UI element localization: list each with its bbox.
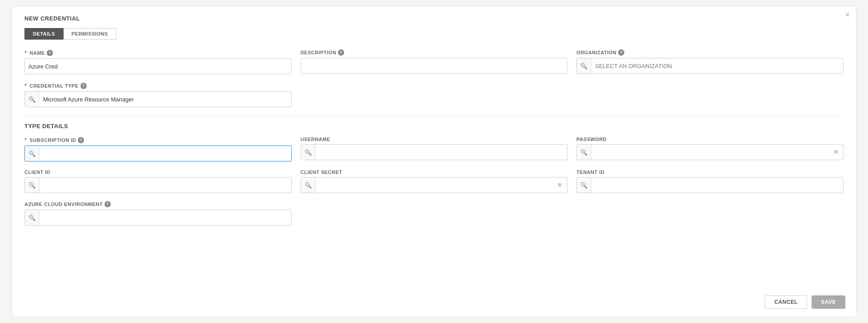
row-name-desc-org: * NAME ? DESCRIPTION ? ORGANIZATION ? <box>24 49 844 74</box>
row-credential-type: * CREDENTIAL TYPE ? 🔍 <box>24 82 844 107</box>
subscription-id-required-star: * <box>24 137 27 143</box>
field-organization: ORGANIZATION ? 🔍 <box>576 49 844 74</box>
row-subscription-username-password: * SUBSCRIPTION ID ? 🔍 USERNAME 🔍 PASSWOR… <box>24 137 844 162</box>
tenant-id-search-icon[interactable]: 🔍 <box>577 178 591 193</box>
footer-actions: CANCEL SAVE <box>765 295 845 309</box>
close-button[interactable]: × <box>845 11 850 19</box>
row-azure-cloud-env: AZURE CLOUD ENVIRONMENT ? 🔍 <box>24 201 844 226</box>
credential-type-input-wrapper: 🔍 <box>24 91 292 107</box>
field-credential-type: * CREDENTIAL TYPE ? 🔍 <box>24 82 292 107</box>
password-input[interactable] <box>591 145 829 160</box>
subscription-id-label: * SUBSCRIPTION ID ? <box>24 137 292 143</box>
row-client-secret-tenant: CLIENT ID 🔍 CLIENT SECRET 🔍 👁 TENANT ID <box>24 170 844 193</box>
tab-bar: DETAILS PERMISSIONS <box>24 28 844 40</box>
description-input-wrapper <box>301 58 568 74</box>
client-secret-label: CLIENT SECRET <box>301 170 568 175</box>
cancel-button[interactable]: CANCEL <box>765 295 807 309</box>
password-input-wrapper: 🔍 👁 <box>576 144 844 160</box>
client-secret-eye-icon[interactable]: 👁 <box>553 182 567 189</box>
field-azure-cloud-environment: AZURE CLOUD ENVIRONMENT ? 🔍 <box>24 201 292 226</box>
subscription-id-search-icon[interactable]: 🔍 <box>25 146 40 161</box>
azure-cloud-environment-input-wrapper: 🔍 <box>24 210 292 226</box>
username-input[interactable] <box>316 145 567 160</box>
azure-cloud-environment-label: AZURE CLOUD ENVIRONMENT ? <box>24 201 292 207</box>
name-required-star: * <box>24 49 27 56</box>
field-client-id: CLIENT ID 🔍 <box>24 170 292 193</box>
username-label: USERNAME <box>301 137 568 142</box>
organization-search-icon[interactable]: 🔍 <box>577 58 591 73</box>
field-subscription-id: * SUBSCRIPTION ID ? 🔍 <box>24 137 292 162</box>
modal-title: NEW CREDENTIAL <box>24 15 844 22</box>
client-id-input-wrapper: 🔍 <box>24 177 292 193</box>
subscription-id-help-icon[interactable]: ? <box>78 137 84 143</box>
field-username: USERNAME 🔍 <box>301 137 568 162</box>
credential-type-label: * CREDENTIAL TYPE ? <box>24 82 292 89</box>
name-input-wrapper <box>24 58 292 74</box>
username-input-wrapper: 🔍 <box>301 144 568 160</box>
client-secret-search-icon[interactable]: 🔍 <box>301 178 316 193</box>
credential-type-required-star: * <box>24 82 27 89</box>
subscription-id-input[interactable] <box>40 146 291 161</box>
azure-cloud-environment-help-icon[interactable]: ? <box>104 201 111 207</box>
tab-details[interactable]: DETAILS <box>24 28 64 40</box>
username-search-icon[interactable]: 🔍 <box>301 145 316 160</box>
name-input[interactable] <box>25 59 291 74</box>
client-secret-input-wrapper: 🔍 👁 <box>301 177 568 193</box>
organization-help-icon[interactable]: ? <box>618 49 624 56</box>
name-label: * NAME ? <box>24 49 292 56</box>
field-tenant-id: TENANT ID 🔍 <box>576 170 844 193</box>
azure-cloud-environment-search-icon[interactable]: 🔍 <box>25 210 40 225</box>
credential-type-search-icon[interactable]: 🔍 <box>25 92 40 107</box>
organization-input[interactable] <box>591 58 843 73</box>
field-client-secret: CLIENT SECRET 🔍 👁 <box>301 170 568 193</box>
credential-type-help-icon[interactable]: ? <box>80 83 87 89</box>
tenant-id-label: TENANT ID <box>576 170 844 175</box>
field-name: * NAME ? <box>24 49 292 74</box>
new-credential-modal: × NEW CREDENTIAL DETAILS PERMISSIONS * N… <box>12 6 856 317</box>
subscription-id-input-wrapper: 🔍 <box>24 145 292 162</box>
field-description: DESCRIPTION ? <box>301 49 568 74</box>
password-label: PASSWORD <box>576 137 844 142</box>
organization-input-wrapper: 🔍 <box>576 58 844 74</box>
password-eye-icon[interactable]: 👁 <box>829 149 843 156</box>
description-label: DESCRIPTION ? <box>301 49 568 56</box>
type-details-title: TYPE DETAILS <box>24 123 844 129</box>
save-button[interactable]: SAVE <box>812 295 845 309</box>
password-search-icon[interactable]: 🔍 <box>577 145 591 160</box>
organization-label: ORGANIZATION ? <box>576 49 844 56</box>
description-input[interactable] <box>301 58 567 73</box>
field-password: PASSWORD 🔍 👁 <box>576 137 844 162</box>
credential-type-input[interactable] <box>40 92 291 107</box>
client-id-search-icon[interactable]: 🔍 <box>25 178 40 193</box>
client-id-input[interactable] <box>40 178 291 193</box>
client-secret-input[interactable] <box>316 178 553 193</box>
description-help-icon[interactable]: ? <box>338 49 344 56</box>
divider <box>24 115 844 116</box>
name-help-icon[interactable]: ? <box>47 50 53 56</box>
tenant-id-input[interactable] <box>591 178 843 193</box>
tenant-id-input-wrapper: 🔍 <box>576 177 844 193</box>
azure-cloud-environment-input[interactable] <box>40 210 291 225</box>
client-id-label: CLIENT ID <box>24 170 292 175</box>
tab-permissions[interactable]: PERMISSIONS <box>64 28 117 40</box>
